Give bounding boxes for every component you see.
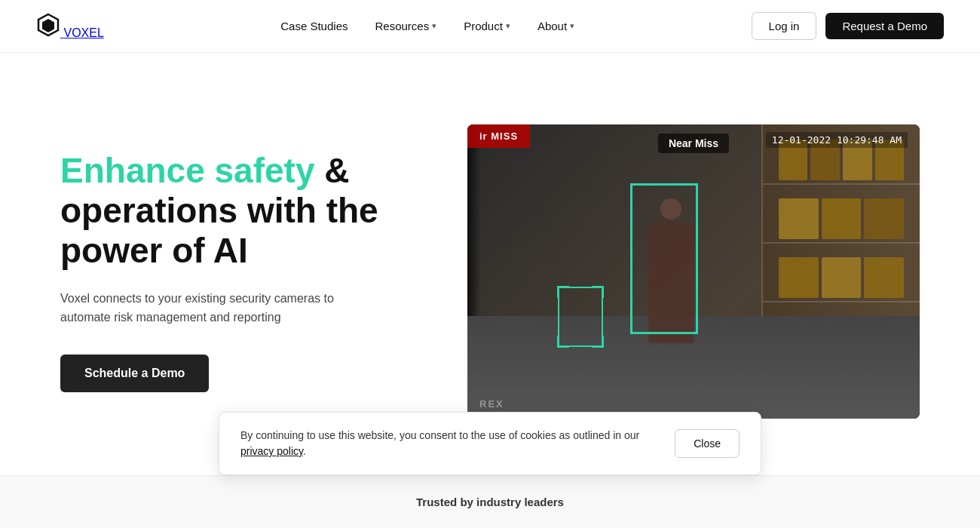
cookie-close-button[interactable]: Close (675, 429, 740, 458)
chevron-down-icon: ▾ (506, 21, 510, 31)
cookie-text: By continuing to use this website, you c… (240, 428, 657, 459)
chevron-down-icon: ▾ (570, 21, 574, 31)
cookie-privacy-link[interactable]: privacy policy (240, 445, 303, 457)
login-button[interactable]: Log in (752, 12, 817, 40)
nav-item-resources[interactable]: Resources ▾ (375, 20, 436, 32)
schedule-demo-button[interactable]: Schedule a Demo (60, 355, 209, 392)
svg-marker-1 (42, 19, 54, 32)
hero-text: Enhance safety & operations with the pow… (60, 151, 422, 392)
hero-description: Voxel connects to your existing security… (60, 289, 362, 327)
detection-bounding-box (630, 183, 698, 334)
near-miss-label: Near Miss (658, 134, 729, 153)
logo-text: VOXEL (63, 26, 103, 39)
nav-links: Case Studies Resources ▾ Product ▾ About… (280, 20, 574, 32)
nav-item-product[interactable]: Product ▾ (464, 20, 510, 32)
hero-media: ir MISS Near Miss 12-01-2022 10:29:48 AM… (467, 124, 920, 419)
request-demo-button[interactable]: Request a Demo (825, 13, 944, 39)
hero-title-highlight: Enhance safety (60, 151, 314, 190)
video-timestamp: 12-01-2022 10:29:48 AM (766, 132, 908, 148)
near-miss-overlay: ir MISS (467, 124, 530, 148)
hero-title: Enhance safety & operations with the pow… (60, 151, 422, 271)
warehouse-video: ir MISS Near Miss 12-01-2022 10:29:48 AM… (467, 124, 920, 419)
trusted-text: Trusted by industry leaders (416, 496, 564, 508)
logo-icon (36, 13, 60, 37)
small-detection-box (558, 287, 603, 347)
cookie-banner: By continuing to use this website, you c… (219, 412, 761, 475)
nav-item-case-studies[interactable]: Case Studies (280, 20, 348, 32)
logo[interactable]: VOXEL (36, 13, 104, 40)
trusted-section: Trusted by industry leaders (0, 475, 980, 528)
video-watermark: REX (479, 398, 504, 410)
navbar: VOXEL Case Studies Resources ▾ Product ▾… (0, 0, 980, 53)
nav-actions: Log in Request a Demo (752, 12, 944, 40)
chevron-down-icon: ▾ (432, 21, 436, 31)
nav-item-about[interactable]: About ▾ (537, 20, 574, 32)
